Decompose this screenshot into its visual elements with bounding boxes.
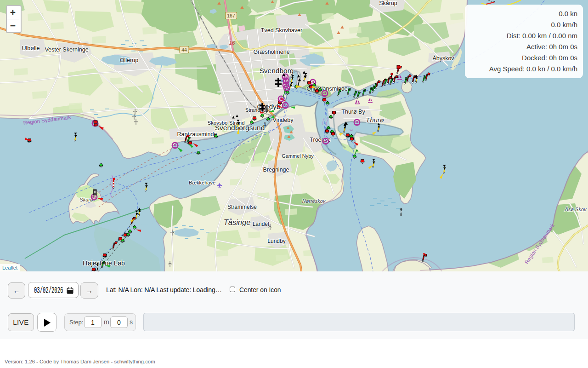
- svg-text:Tved Skovhaver: Tved Skovhaver: [261, 27, 302, 34]
- svg-text:#: #: [263, 121, 266, 128]
- svg-text:Skårup: Skårup: [379, 0, 397, 6]
- svg-text:44: 44: [181, 47, 187, 52]
- svg-text:Nørreskov: Nørreskov: [302, 198, 326, 204]
- svg-text:Strammelse: Strammelse: [227, 204, 257, 210]
- svg-text:Lundby: Lundby: [267, 238, 285, 244]
- svg-text:Bækkehave: Bækkehave: [189, 180, 215, 185]
- svg-text:Tåsinge: Tåsinge: [224, 218, 251, 226]
- svg-text:Bregninge: Bregninge: [263, 167, 289, 173]
- svg-text:Thurø By: Thurø By: [341, 109, 365, 115]
- svg-text:Troense: Troense: [310, 137, 330, 143]
- svg-text:Landet: Landet: [253, 221, 270, 227]
- svg-text:167: 167: [227, 13, 235, 18]
- svg-text:Strandhuse: Strandhuse: [245, 107, 271, 113]
- svg-text:Ulbølle: Ulbølle: [22, 45, 40, 52]
- svg-text:Rantzausminde: Rantzausminde: [177, 131, 217, 138]
- svg-text:Åbyskov: Åbyskov: [432, 55, 454, 62]
- svg-text:Thurø: Thurø: [366, 116, 384, 124]
- svg-text:Gammel Nyby: Gammel Nyby: [282, 153, 314, 159]
- svg-text:16: 16: [229, 40, 235, 46]
- svg-text:Græsholmene: Græsholmene: [253, 49, 289, 55]
- svg-text:Svendborg: Svendborg: [260, 67, 294, 75]
- svg-text:Åsø Skov: Åsø Skov: [564, 207, 587, 212]
- svg-text:03/02/2026: 03/02/2026: [34, 286, 63, 295]
- svg-text:Vester Skerninge: Vester Skerninge: [45, 46, 88, 53]
- svg-text:Ollerup: Ollerup: [120, 57, 138, 63]
- svg-text:Vindeby: Vindeby: [273, 117, 294, 123]
